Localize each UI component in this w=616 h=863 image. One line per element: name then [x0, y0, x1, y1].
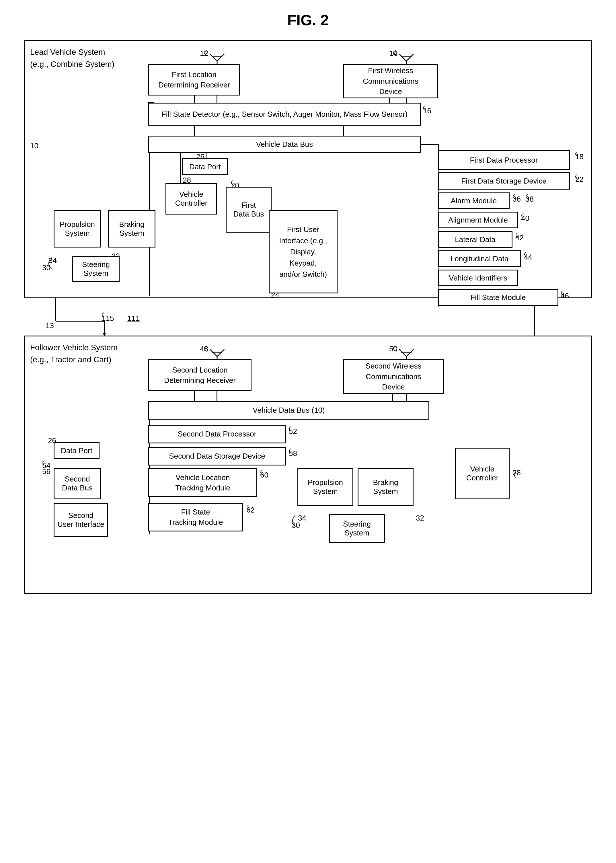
box-data-port-bottom: Data Port — [53, 442, 99, 459]
box-second-data-storage-label: Second Data Storage Device — [169, 452, 265, 461]
box-first-user-interface-label: First UserInterface (e.g.,Display,Keypad… — [279, 224, 327, 280]
box-propulsion-system-top-label: PropulsionSystem — [60, 220, 95, 238]
svg-marker-11 — [103, 333, 106, 336]
box-steering-system-top-label: SteeringSystem — [82, 260, 110, 278]
box-first-data-bus: FirstData Bus — [226, 187, 272, 233]
lead-vehicle-label: Lead Vehicle System (e.g., Combine Syste… — [30, 46, 115, 70]
box-propulsion-system-top: PropulsionSystem — [53, 210, 101, 247]
ref-58-bracket — [285, 448, 292, 454]
ref-12-bracket — [197, 49, 209, 58]
box-braking-system-top: BrakingSystem — [108, 210, 156, 247]
top-diagram: Lead Vehicle System (e.g., Combine Syste… — [24, 40, 592, 298]
lead-vehicle-line1: Lead Vehicle System — [30, 46, 115, 58]
box-braking-system-bottom: BrakingSystem — [358, 468, 413, 506]
box-fill-state-tracking: Fill StateTracking Module — [148, 503, 243, 531]
box-second-data-processor-label: Second Data Processor — [178, 430, 257, 439]
box-second-data-bus: SecondData Bus — [53, 468, 101, 499]
box-steering-system-bottom-label: SteeringSystem — [343, 520, 371, 538]
box-vehicle-location-label: Vehicle LocationTracking Module — [175, 472, 230, 493]
box-vehicle-data-bus-bottom-label: Vehicle Data Bus (10) — [253, 406, 325, 415]
box-propulsion-system-bottom-label: PropulsionSystem — [308, 478, 343, 496]
ref-50-bracket — [386, 344, 398, 353]
box-data-port-bottom-label: Data Port — [61, 446, 92, 455]
ref-60-bracket — [257, 470, 264, 476]
box-fill-state-tracking-label: Fill StateTracking Module — [168, 507, 223, 528]
box-second-wireless-label: Second WirelessCommunicationsDevice — [365, 361, 421, 392]
box-second-location-label: Second LocationDetermining Receiver — [164, 365, 236, 386]
ref-48-bracket — [197, 344, 209, 353]
ref-44-bracket — [520, 252, 528, 258]
svg-line-15 — [217, 349, 224, 357]
ref-38-bracket — [522, 193, 529, 200]
hline-bus-to-right — [421, 144, 438, 145]
ref-10: 10 — [30, 141, 38, 150]
ref-52-bracket — [285, 426, 292, 432]
box-fill-state-detector: Fill State Detector (e.g., Sensor Switch… — [148, 103, 421, 126]
box-vehicle-data-bus-bottom: Vehicle Data Bus (10) — [148, 401, 429, 420]
ref-56: 56 — [42, 467, 50, 476]
box-first-user-interface: First UserInterface (e.g.,Display,Keypad… — [269, 210, 338, 293]
svg-line-6 — [406, 54, 413, 61]
ref-34-30-bottom-bracket — [288, 514, 297, 528]
box-longitudinal-data: Longitudinal Data — [438, 250, 521, 267]
ref-115-bracket — [98, 312, 105, 318]
box-first-wireless: First WirelessCommunicationsDevice — [343, 64, 438, 98]
box-steering-system-top: SteeringSystem — [72, 256, 119, 282]
box-alignment-module-label: Alignment Module — [448, 216, 508, 225]
vline-left-col — [180, 153, 181, 187]
svg-line-19 — [406, 349, 413, 357]
box-alarm-module-label: Alarm Module — [451, 196, 497, 205]
ref-40-bracket — [518, 213, 525, 219]
lead-vehicle-line2: (e.g., Combine System) — [30, 58, 115, 70]
follower-vehicle-line1: Follower Vehicle System — [30, 341, 118, 354]
box-braking-system-top-label: BrakingSystem — [119, 220, 144, 238]
ref-20-bracket — [228, 180, 234, 186]
box-vehicle-controller-top-label: VehicleController — [175, 190, 207, 207]
figure-title: FIG. 2 — [17, 11, 599, 29]
box-second-user-interface: SecondUser Interface — [53, 503, 108, 537]
vline-fill-to-bus — [194, 126, 195, 136]
ref-36-bracket — [509, 193, 516, 200]
box-alignment-module: Alignment Module — [438, 212, 518, 228]
box-vehicle-location: Vehicle LocationTracking Module — [148, 468, 257, 497]
vline-fill-to-bus2 — [343, 126, 344, 136]
follower-vehicle-label: Follower Vehicle System (e.g., Tractor a… — [30, 341, 118, 366]
ref-13: 13 — [46, 321, 54, 330]
box-vehicle-data-bus-top: Vehicle Data Bus — [148, 136, 421, 153]
svg-line-18 — [399, 349, 406, 357]
box-first-data-storage: First Data Storage Device — [438, 172, 570, 190]
box-steering-system-bottom: SteeringSystem — [329, 514, 385, 543]
box-fill-state-detector-label: Fill State Detector (e.g., Sensor Switch… — [162, 110, 407, 119]
page: FIG. 2 Lead Vehicle System (e.g., Combin… — [0, 0, 616, 863]
box-first-data-storage-label: First Data Storage Device — [461, 177, 547, 185]
bottom-diagram: Follower Vehicle System (e.g., Tractor a… — [24, 336, 592, 594]
box-vehicle-identifiers-label: Vehicle Identifiers — [449, 274, 507, 283]
box-data-port-top-label: Data Port — [189, 162, 221, 171]
ref-32-bottom: 32 — [416, 514, 424, 523]
svg-line-1 — [210, 54, 217, 61]
box-vehicle-data-bus-top-label: Vehicle Data Bus — [256, 140, 313, 149]
ref-18-bracket — [572, 151, 579, 157]
vline-loc-to-bus-bottom — [194, 391, 195, 402]
ref-22-bracket — [572, 174, 579, 180]
svg-line-5 — [399, 54, 406, 61]
box-lateral-data: Lateral Data — [438, 231, 512, 248]
box-fill-state-module: Fill State Module — [438, 289, 558, 306]
box-first-data-processor-label: First Data Processor — [470, 156, 538, 165]
ref-28-bottom-bracket — [511, 473, 518, 479]
box-vehicle-controller-top: VehicleController — [165, 183, 217, 215]
vline-loc-to-fill — [194, 96, 195, 103]
box-vehicle-controller-bottom: VehicleController — [455, 448, 510, 499]
box-first-wireless-label: First WirelessCommunicationsDevice — [363, 65, 418, 97]
svg-line-2 — [217, 54, 224, 61]
svg-line-14 — [210, 349, 217, 357]
box-braking-system-bottom-label: BrakingSystem — [373, 478, 398, 496]
box-second-location: Second LocationDetermining Receiver — [148, 359, 251, 391]
box-second-user-interface-label: SecondUser Interface — [57, 511, 104, 529]
follower-vehicle-line2: (e.g., Tractor and Cart) — [30, 354, 118, 366]
box-vehicle-identifiers: Vehicle Identifiers — [438, 270, 518, 286]
box-fill-state-module-label: Fill State Module — [470, 293, 526, 302]
box-first-data-processor: First Data Processor — [438, 150, 570, 170]
box-first-location: First LocationDetermining Receiver — [148, 64, 240, 96]
box-data-port-top: Data Port — [182, 158, 228, 175]
